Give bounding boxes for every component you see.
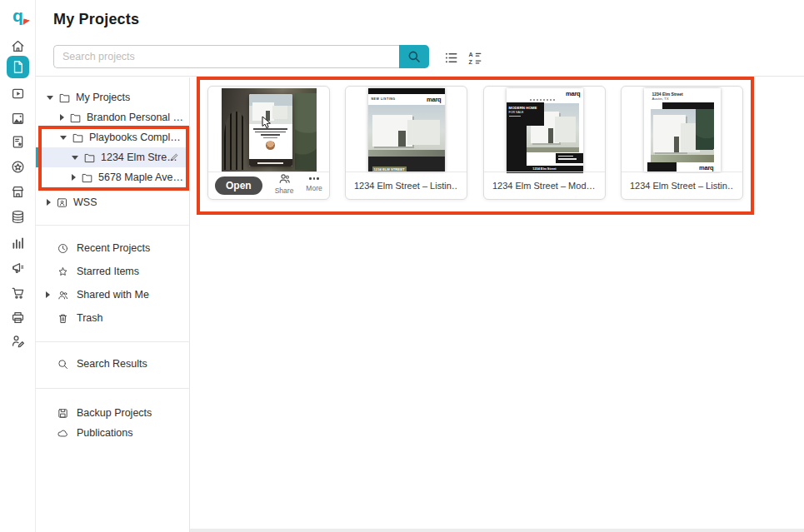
- search-icon: [57, 358, 69, 370]
- icon-rail: q: [0, 0, 36, 532]
- templates-icon[interactable]: [7, 131, 29, 153]
- price-block: [556, 153, 583, 163]
- sort-az-icon[interactable]: AZ: [466, 48, 484, 67]
- svg-text:Z: Z: [468, 58, 472, 65]
- nav-starred-items[interactable]: Starred Items: [36, 260, 189, 283]
- caret-collapsed-icon[interactable]: [60, 114, 64, 121]
- project-thumbnail[interactable]: [208, 87, 329, 173]
- caret-collapsed-icon[interactable]: [46, 291, 50, 298]
- folder-icon: [69, 112, 82, 124]
- tree-item-my-projects[interactable]: My Projects: [36, 87, 189, 107]
- clock-icon: [57, 242, 69, 255]
- star-icon: [57, 266, 69, 278]
- divider: [36, 225, 189, 226]
- home-icon[interactable]: [7, 35, 29, 57]
- page-header: My Projects AZ: [36, 0, 804, 77]
- caret-expanded-icon[interactable]: [72, 156, 78, 160]
- nav-search-results[interactable]: Search Results: [36, 352, 189, 375]
- search-icon: [407, 49, 422, 64]
- project-thumbnail[interactable]: 1234 Elm Street Austin, TX marq: [622, 87, 742, 173]
- project-title: 1234 Elm Street – Mod…: [492, 181, 596, 191]
- documents-icon[interactable]: [7, 56, 29, 78]
- print-icon[interactable]: [7, 306, 29, 329]
- divider: [36, 341, 189, 342]
- search-button[interactable]: [399, 45, 429, 68]
- share-people-icon: [277, 172, 292, 186]
- card-hover-actions: Open Share More: [208, 172, 329, 199]
- tree-item-5678-maple-ave[interactable]: 5678 Maple Ave…: [36, 167, 189, 187]
- images-icon[interactable]: [7, 107, 29, 130]
- esign-icon[interactable]: [7, 330, 29, 352]
- caret-collapsed-icon[interactable]: [72, 174, 76, 181]
- more-dots-icon: [309, 175, 319, 183]
- svg-text:A: A: [468, 51, 472, 57]
- list-view-icon[interactable]: [442, 48, 460, 67]
- nav-recent-projects[interactable]: Recent Projects: [36, 236, 189, 260]
- video-icon[interactable]: [7, 82, 29, 105]
- caret-collapsed-icon[interactable]: [47, 199, 51, 206]
- thumbnail-graphic: marq MODERN HOME FOR SALE 1234 Elm Stree…: [507, 88, 583, 172]
- analytics-icon[interactable]: [7, 231, 29, 254]
- folder-icon: [58, 92, 71, 104]
- save-icon: [57, 407, 69, 420]
- cloud-icon: [57, 427, 69, 440]
- tree-item-playbooks-complete[interactable]: Playbooks Compl…: [36, 127, 189, 147]
- caret-expanded-icon[interactable]: [47, 96, 53, 100]
- marq-brand-logo: marq: [566, 90, 581, 97]
- store-icon[interactable]: [7, 181, 29, 203]
- project-title: 1234 Elm Street – Listin…: [354, 181, 458, 191]
- data-icon[interactable]: [7, 206, 29, 228]
- announcements-icon[interactable]: [7, 256, 29, 279]
- search-input[interactable]: [53, 45, 399, 68]
- cart-icon[interactable]: [7, 281, 29, 304]
- agent-avatar: [266, 141, 275, 150]
- share-button[interactable]: Share: [275, 172, 294, 195]
- search-bar: [53, 45, 429, 68]
- thumbnail-graphic: 1234 Elm Street Austin, TX marq: [644, 88, 721, 172]
- people-icon: [57, 289, 69, 301]
- folder-tree-panel: My Projects Brandon Personal … Playbooks…: [36, 77, 190, 532]
- projects-grid: Open Share More NEW LISTING marq: [191, 77, 804, 532]
- nav-backup-projects[interactable]: Backup Projects: [36, 403, 189, 423]
- more-button[interactable]: More: [306, 175, 322, 192]
- page-title: My Projects: [53, 11, 139, 28]
- rename-pencil-icon[interactable]: [169, 152, 180, 162]
- mouse-cursor-icon: [262, 116, 272, 129]
- marq-brand-logo: marq: [699, 164, 714, 172]
- thumbnail-graphic: [222, 88, 317, 172]
- marq-logo[interactable]: q: [0, 5, 36, 27]
- project-card[interactable]: 1234 Elm Street Austin, TX marq 1234 Elm…: [621, 86, 743, 200]
- team-folder-icon: [56, 196, 68, 209]
- open-button[interactable]: Open: [215, 177, 262, 195]
- project-thumbnail[interactable]: NEW LISTING marq 1234 ELM STREET AUSTIN,…: [346, 87, 467, 173]
- project-title: 1234 Elm Street – Listin…: [630, 181, 734, 191]
- divider: [36, 388, 189, 389]
- folder-icon: [83, 152, 96, 164]
- brand-icon[interactable]: [7, 156, 29, 178]
- nav-publications[interactable]: Publications: [36, 423, 189, 443]
- nav-trash[interactable]: Trash: [36, 306, 189, 330]
- caret-expanded-icon[interactable]: [60, 136, 67, 140]
- project-card[interactable]: marq MODERN HOME FOR SALE 1234 Elm Stree…: [483, 86, 606, 200]
- project-thumbnail[interactable]: marq MODERN HOME FOR SALE 1234 Elm Stree…: [484, 87, 605, 173]
- folder-icon: [81, 172, 93, 184]
- thumbnail-graphic: NEW LISTING marq 1234 ELM STREET AUSTIN,…: [368, 88, 445, 172]
- nav-shared-with-me[interactable]: Shared with Me: [36, 283, 189, 306]
- project-card[interactable]: NEW LISTING marq 1234 ELM STREET AUSTIN,…: [345, 86, 467, 200]
- tree-item-brandon-personal[interactable]: Brandon Personal …: [36, 107, 189, 127]
- tree-item-wss[interactable]: WSS: [36, 192, 189, 212]
- marq-brand-logo: marq: [427, 96, 442, 103]
- tree-item-1234-elm-street[interactable]: 1234 Elm Stre…: [36, 147, 189, 167]
- project-card[interactable]: Open Share More: [207, 86, 330, 200]
- trash-icon: [57, 312, 69, 325]
- folder-icon: [72, 132, 84, 144]
